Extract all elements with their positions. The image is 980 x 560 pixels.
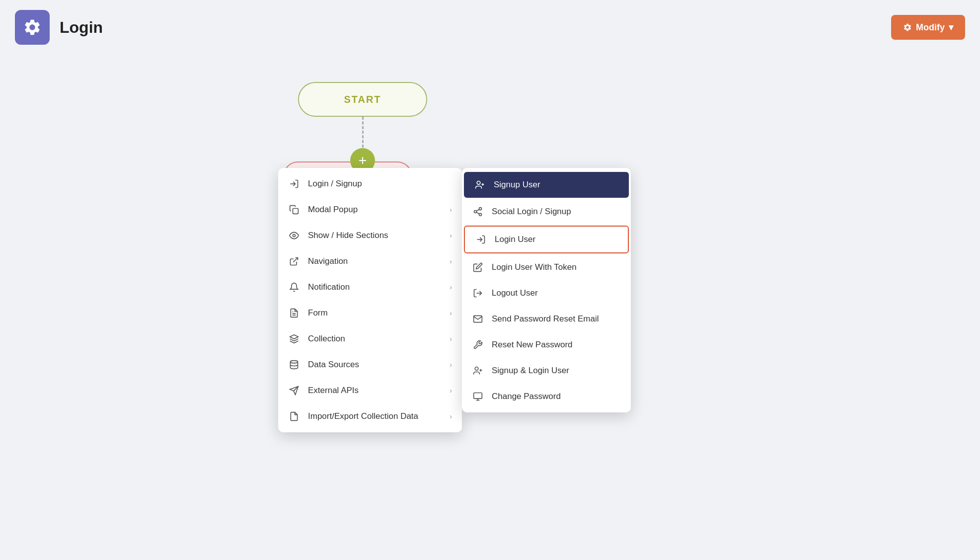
eye-icon [288,230,300,241]
sub-label-login-token: Login User With Token [492,262,621,272]
menu-label-show-hide: Show / Hide Sections [308,231,442,240]
menu-label-notification: Notification [308,282,442,292]
menu-label-collection: Collection [308,334,442,344]
svg-line-3 [293,258,298,262]
chevron-right-icon: › [450,206,452,214]
svg-rect-1 [293,209,299,214]
bell-icon [288,281,300,293]
chevron-right-icon: › [450,232,452,240]
send-icon [288,385,300,397]
chevron-right-icon: › [450,257,452,265]
menu-item-navigation[interactable]: Navigation › [278,248,462,274]
sub-dropdown: Signup User Social Login / Signup [462,168,631,412]
menu-item-notification[interactable]: Notification › [278,274,462,300]
chevron-right-icon: › [450,309,452,317]
menu-item-modal-popup[interactable]: Modal Popup › [278,197,462,223]
start-node: START [298,82,427,117]
sub-label-logout-user: Logout User [492,288,621,298]
sub-item-login-user[interactable]: Login User [464,226,629,253]
social-icon [472,206,484,218]
sub-item-reset-password[interactable]: Reset New Password [462,332,631,358]
svg-point-15 [479,213,482,216]
menu-label-modal-popup: Modal Popup [308,205,442,215]
menu-item-show-hide[interactable]: Show / Hide Sections › [278,223,462,248]
login-user-icon [475,234,487,245]
svg-point-20 [475,367,478,371]
menu-label-data-sources: Data Sources [308,360,442,370]
svg-marker-6 [290,335,299,339]
menu-item-login-signup[interactable]: Login / Signup [278,171,462,197]
copy-icon [288,204,300,216]
svg-point-7 [291,361,298,363]
sub-label-signup-user: Signup User [494,180,619,190]
menu-label-login-signup: Login / Signup [308,179,452,189]
menu-item-form[interactable]: Form › [278,300,462,326]
chevron-right-icon: › [450,387,452,395]
svg-line-16 [476,212,479,214]
main-dropdown: Login / Signup Modal Popup › Show / Hide… [278,168,462,432]
sub-label-login-user: Login User [495,235,618,244]
external-link-icon [288,255,300,267]
wrench-icon [472,339,484,351]
svg-point-2 [293,235,296,237]
svg-rect-23 [474,393,482,399]
svg-point-13 [479,208,482,210]
edit-icon [472,261,484,273]
sub-label-signup-login: Signup & Login User [492,366,621,376]
header: Login Modify ▾ [0,0,980,55]
sub-item-send-reset[interactable]: Send Password Reset Email [462,306,631,332]
sub-item-login-token[interactable]: Login User With Token [462,254,631,280]
monitor-icon [472,391,484,402]
menu-item-external-apis[interactable]: External APIs › [278,378,462,403]
svg-point-10 [477,181,480,185]
page-title: Login [60,18,103,37]
sub-item-signup-login[interactable]: Signup & Login User [462,358,631,384]
app-icon [15,10,50,45]
svg-point-14 [474,211,477,213]
layers-icon [288,333,300,345]
gear-icon [23,18,42,37]
modify-gear-icon [903,23,912,32]
menu-label-external-apis: External APIs [308,386,442,396]
sub-item-logout-user[interactable]: Logout User [462,280,631,306]
svg-line-17 [476,209,479,211]
chevron-right-icon: › [450,283,452,291]
email-icon [472,313,484,325]
canvas-area: START Login / Signup [0,55,980,560]
modify-button[interactable]: Modify ▾ [891,15,965,40]
chevron-right-icon: › [450,361,452,369]
login-icon [288,178,300,190]
chevron-right-icon: › [450,412,452,420]
sub-item-change-password[interactable]: Change Password [462,384,631,409]
user-plus-icon [474,179,486,191]
sub-label-social-login: Social Login / Signup [492,207,621,217]
sub-item-signup-user[interactable]: Signup User [464,172,629,198]
logout-icon [472,287,484,299]
user-check-icon [472,365,484,377]
sub-label-change-password: Change Password [492,392,621,401]
menu-label-navigation: Navigation [308,256,442,266]
chevron-right-icon: › [450,335,452,343]
sub-item-social-login[interactable]: Social Login / Signup [462,199,631,225]
menu-label-import-export: Import/Export Collection Data [308,411,442,421]
file-icon [288,410,300,422]
menu-item-collection[interactable]: Collection › [278,326,462,352]
menu-item-data-sources[interactable]: Data Sources › [278,352,462,378]
menu-label-form: Form [308,308,442,318]
plus-icon [357,155,369,166]
form-icon [288,307,300,319]
database-icon [288,359,300,371]
menu-item-import-export[interactable]: Import/Export Collection Data › [278,403,462,429]
sub-label-reset-password: Reset New Password [492,340,621,350]
sub-label-send-reset: Send Password Reset Email [492,314,621,324]
